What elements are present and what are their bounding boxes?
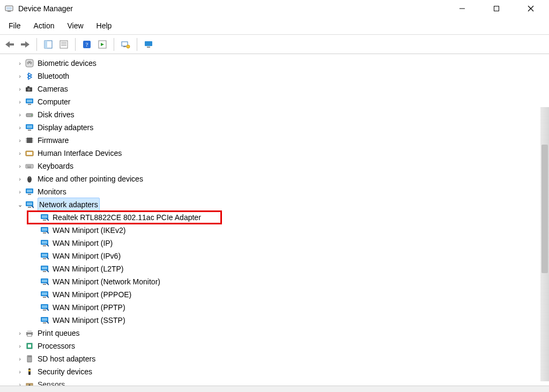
title-bar: Device Manager — [0, 0, 549, 17]
tree-category[interactable]: ›Mice and other pointing devices — [4, 172, 549, 185]
chevron-right-icon[interactable]: › — [16, 185, 24, 198]
tree-category-label: Mice and other pointing devices — [38, 172, 143, 185]
chevron-right-icon[interactable]: › — [16, 70, 24, 82]
chevron-right-icon[interactable]: › — [16, 95, 24, 108]
chevron-right-icon[interactable]: › — [16, 108, 24, 121]
tree-category[interactable]: ›Computer — [4, 95, 549, 108]
tree-category[interactable]: ›SD host adapters — [4, 352, 549, 365]
mouse-icon — [25, 174, 34, 184]
tree-category[interactable]: ›Monitors — [4, 185, 549, 198]
toolbar: ? — [0, 35, 549, 54]
tree-device[interactable]: WAN Miniport (PPPOE) — [4, 288, 549, 301]
tree-device[interactable]: WAN Miniport (IKEv2) — [4, 224, 549, 237]
tree-category[interactable]: ›Security devices — [4, 365, 549, 378]
menu-bar: File Action View Help — [0, 17, 549, 35]
tree-device[interactable]: WAN Miniport (L2TP) — [4, 262, 549, 275]
tree-category[interactable]: ›Print queues — [4, 327, 549, 340]
tree-category-label: Display adapters — [38, 121, 93, 134]
close-button[interactable] — [520, 1, 541, 16]
chevron-right-icon[interactable]: › — [16, 365, 24, 378]
network-adapter-icon — [40, 264, 49, 274]
security-icon — [25, 367, 34, 376]
device-tree[interactable]: ›Biometric devices›Bluetooth›Cameras›Com… — [0, 55, 549, 388]
network-adapter-icon — [40, 277, 49, 287]
annotation-highlight — [27, 210, 222, 224]
tree-category[interactable]: ›Firmware — [4, 134, 549, 147]
chevron-right-icon[interactable]: › — [16, 340, 24, 352]
network-adapter-icon — [40, 290, 49, 299]
tree-device-label: WAN Miniport (PPPOE) — [53, 288, 131, 301]
window-title: Device Manager — [18, 4, 73, 13]
tree-category-label: Disk drives — [38, 108, 74, 121]
tree-category[interactable]: ›Disk drives — [4, 108, 549, 121]
network-adapter-icon — [40, 238, 49, 248]
tree-category[interactable]: ›Cameras — [4, 82, 549, 95]
tree-category-label: Print queues — [38, 327, 80, 340]
tree-category[interactable]: ›Processors — [4, 340, 549, 352]
display-monitor-button[interactable] — [141, 37, 156, 52]
tree-category-label: Firmware — [38, 134, 69, 147]
tree-category[interactable]: ›Human Interface Devices — [4, 147, 549, 160]
network-adapter-icon — [40, 251, 49, 261]
svg-rect-4 — [494, 6, 499, 11]
back-button[interactable] — [2, 37, 17, 52]
svg-rect-8 — [21, 43, 26, 46]
menu-view[interactable]: View — [62, 19, 88, 32]
tree-category-label: Human Interface Devices — [38, 147, 122, 160]
network-adapter-icon — [40, 315, 49, 325]
action-button[interactable] — [95, 37, 110, 52]
chevron-right-icon[interactable]: › — [16, 352, 24, 365]
tree-device[interactable]: WAN Miniport (SSTP) — [4, 314, 549, 327]
tree-device-label: WAN Miniport (IPv6) — [53, 250, 121, 262]
tree-device[interactable]: WAN Miniport (IP) — [4, 237, 549, 250]
maximize-button[interactable] — [486, 1, 507, 16]
sd-icon — [25, 354, 34, 364]
chip-icon — [25, 135, 34, 145]
svg-rect-19 — [123, 46, 126, 47]
svg-rect-7 — [9, 43, 14, 46]
properties-button[interactable] — [56, 37, 71, 52]
menu-help[interactable]: Help — [91, 19, 117, 32]
chevron-right-icon[interactable]: › — [16, 57, 24, 70]
chevron-right-icon[interactable]: › — [16, 147, 24, 160]
tree-category-label: Network adapters — [38, 198, 100, 212]
svg-rect-11 — [60, 41, 68, 48]
tree-category[interactable]: ›Display adapters — [4, 121, 549, 134]
chevron-right-icon[interactable]: › — [16, 121, 24, 134]
hid-icon — [25, 148, 34, 158]
tree-category-label: Monitors — [38, 185, 66, 198]
device-tree-panel: ›Biometric devices›Bluetooth›Cameras›Com… — [0, 54, 549, 388]
chevron-right-icon[interactable]: › — [16, 134, 24, 147]
svg-point-20 — [127, 45, 130, 48]
tree-category[interactable]: ›Bluetooth — [4, 70, 549, 82]
tree-device[interactable]: WAN Miniport (IPv6) — [4, 250, 549, 262]
app-icon — [4, 4, 14, 13]
scrollbar-thumb[interactable] — [541, 145, 548, 273]
tree-device-label: WAN Miniport (IKEv2) — [53, 224, 125, 237]
monitor-icon — [25, 187, 34, 197]
chevron-down-icon[interactable]: ⌄ — [16, 198, 24, 211]
menu-file[interactable]: File — [3, 19, 26, 32]
tree-category[interactable]: ›Biometric devices — [4, 57, 549, 70]
help-button[interactable]: ? — [79, 37, 94, 52]
chevron-right-icon[interactable]: › — [16, 82, 24, 95]
menu-action[interactable]: Action — [28, 19, 60, 32]
monitor-icon — [25, 123, 34, 132]
tree-category[interactable]: ›Keyboards — [4, 160, 549, 172]
scan-for-hardware-button[interactable] — [118, 37, 133, 52]
chevron-right-icon[interactable]: › — [16, 327, 24, 340]
chevron-right-icon[interactable]: › — [16, 160, 24, 172]
tree-category[interactable]: ⌄Network adapters — [4, 198, 549, 211]
show-hide-console-tree[interactable] — [41, 37, 56, 52]
forward-button[interactable] — [18, 37, 33, 52]
minimize-button[interactable] — [451, 1, 473, 16]
svg-rect-2 — [8, 11, 11, 12]
chevron-right-icon[interactable]: › — [16, 172, 24, 185]
svg-rect-1 — [6, 7, 12, 10]
vertical-scrollbar[interactable] — [540, 107, 549, 381]
tree-device[interactable]: WAN Miniport (PPTP) — [4, 301, 549, 314]
tree-category-label: Security devices — [38, 365, 92, 378]
tree-category-label: Keyboards — [38, 160, 73, 172]
tree-device[interactable]: WAN Miniport (Network Monitor) — [4, 275, 549, 288]
cpu-icon — [25, 341, 34, 351]
